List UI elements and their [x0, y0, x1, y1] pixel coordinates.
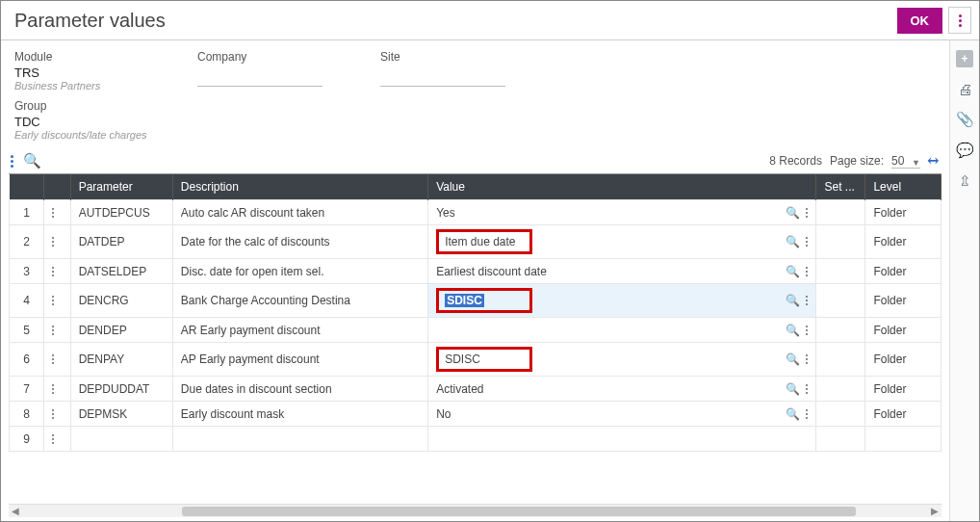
col-menu [44, 174, 71, 200]
lookup-icon[interactable]: 🔍 [786, 206, 800, 220]
row-menu-button[interactable] [44, 343, 71, 377]
value-menu-icon[interactable] [806, 354, 808, 364]
row-menu-button[interactable] [44, 427, 71, 452]
company-input[interactable] [197, 69, 322, 87]
table-row[interactable]: 2DATDEPDate for the calc of discountsIte… [10, 225, 941, 259]
comment-icon[interactable]: 💬 [956, 142, 974, 159]
body: Module TRS Business Partners Company Sit… [1, 40, 979, 521]
group-hint: Early discounts/late charges [14, 129, 936, 141]
table-row[interactable]: 8DEPMSKEarly discount maskNo🔍Folder [10, 402, 941, 427]
value-cell[interactable]: Item due date🔍 [428, 225, 816, 259]
header-fields: Module TRS Business Partners Company Sit… [1, 40, 949, 95]
value-cell[interactable]: 🔍 [428, 318, 816, 343]
title-actions: OK [897, 7, 972, 34]
table-row[interactable]: 4DENCRGBank Charge Accounting DestinaSDI… [10, 284, 941, 318]
lookup-icon[interactable]: 🔍 [786, 324, 800, 337]
vertical-dots-icon [52, 208, 63, 218]
col-parameter[interactable]: Parameter [70, 174, 172, 200]
row-menu-button[interactable] [44, 402, 71, 427]
value-cell[interactable]: Activated🔍 [428, 377, 816, 402]
value-menu-icon[interactable] [806, 208, 808, 218]
horizontal-scrollbar[interactable]: ◀ ▶ [9, 504, 941, 517]
value-cell[interactable]: Yes🔍 [428, 200, 816, 225]
value-text: Activated [436, 382, 780, 396]
parameter-cell[interactable]: DENCRG [70, 284, 172, 318]
module-field: Module TRS Business Partners [14, 50, 140, 91]
parameter-cell[interactable]: DEPDUDDAT [70, 377, 172, 402]
row-menu-button[interactable] [44, 318, 71, 343]
lookup-icon[interactable]: 🔍 [786, 352, 800, 366]
row-menu-button[interactable] [44, 284, 71, 318]
value-menu-icon[interactable] [806, 384, 808, 394]
vertical-dots-icon [52, 409, 63, 419]
export-icon[interactable]: ⇫ [959, 172, 971, 190]
value-menu-icon[interactable] [806, 267, 808, 276]
lookup-icon[interactable]: 🔍 [786, 407, 800, 421]
vertical-dots-icon [959, 14, 962, 27]
value-menu-icon[interactable] [806, 237, 808, 247]
parameter-cell[interactable]: DENDEP [70, 318, 172, 343]
scroll-right-icon[interactable]: ▶ [931, 506, 939, 516]
add-icon[interactable]: + [956, 50, 973, 67]
company-field: Company [197, 50, 322, 87]
parameter-cell[interactable]: DENPAY [70, 343, 172, 377]
row-menu-button[interactable] [44, 377, 71, 402]
table-row[interactable]: 3DATSELDEPDisc. date for open item sel.E… [10, 259, 941, 284]
print-icon[interactable]: 🖨 [958, 81, 972, 97]
value-menu-icon[interactable] [806, 296, 808, 305]
vertical-dots-icon [52, 267, 63, 276]
value-text: Earliest discount date [436, 265, 780, 278]
lookup-icon[interactable]: 🔍 [786, 382, 800, 396]
col-set[interactable]: Set ... [816, 174, 865, 200]
set-cell [816, 284, 865, 318]
more-actions-button[interactable] [948, 7, 971, 34]
level-cell: Folder [865, 402, 941, 427]
table-row[interactable]: 1AUTDEPCUSAuto calc AR discount takenYes… [10, 200, 941, 225]
value-cell[interactable]: SDISC🔍 [428, 284, 816, 318]
row-number: 9 [10, 427, 44, 452]
scroll-thumb[interactable] [182, 507, 856, 516]
row-menu-button[interactable] [44, 200, 71, 225]
set-cell [816, 318, 865, 343]
lookup-icon[interactable]: 🔍 [786, 294, 800, 307]
row-menu-button[interactable] [44, 259, 71, 284]
records-count: 8 Records [769, 154, 822, 168]
lookup-icon[interactable]: 🔍 [786, 265, 800, 278]
value-text: SDISC [436, 347, 780, 372]
table-row[interactable]: 6DENPAYAP Early payment discountSDISC🔍Fo… [10, 343, 941, 377]
pagesize-select[interactable]: 50 ▼ [891, 154, 920, 169]
value-cell[interactable]: Earliest discount date🔍 [428, 259, 816, 284]
col-value[interactable]: Value [428, 174, 816, 200]
col-level[interactable]: Level [865, 174, 941, 200]
site-input[interactable] [380, 69, 505, 87]
search-icon[interactable]: 🔍 [23, 152, 41, 170]
table-row[interactable]: 5DENDEPAR Early payment discount🔍Folder [10, 318, 941, 343]
table-row[interactable]: 9 [10, 427, 941, 452]
parameters-table: Parameter Description Value Set ... Leve… [9, 174, 941, 452]
vertical-dots-icon [52, 434, 63, 444]
scroll-left-icon[interactable]: ◀ [12, 506, 19, 516]
parameter-cell[interactable]: DEPMSK [70, 402, 172, 427]
row-menu-button[interactable] [44, 225, 71, 259]
value-cell[interactable]: No🔍 [428, 402, 816, 427]
ok-button[interactable]: OK [897, 8, 943, 34]
parameter-cell[interactable] [70, 427, 172, 452]
col-description[interactable]: Description [172, 174, 427, 200]
parameter-cell[interactable]: DATSELDEP [70, 259, 172, 284]
parameter-cell[interactable]: DATDEP [70, 225, 172, 259]
value-cell[interactable]: SDISC🔍 [428, 343, 816, 377]
vertical-dots-icon [52, 384, 63, 394]
parameter-cell[interactable]: AUTDEPCUS [70, 200, 172, 225]
value-cell[interactable] [428, 427, 816, 452]
lookup-icon[interactable]: 🔍 [786, 235, 800, 248]
grid-toolbar: 🔍 8 Records Page size: 50 ▼ ⤢ [1, 148, 949, 170]
chevron-down-icon: ▼ [912, 158, 920, 168]
expand-icon[interactable]: ⤢ [924, 151, 943, 170]
row-number: 1 [10, 200, 44, 225]
value-menu-icon[interactable] [806, 326, 808, 335]
table-row[interactable]: 7DEPDUDDATDue dates in discount sectionA… [10, 377, 941, 402]
row-number: 3 [10, 259, 44, 284]
attachment-icon[interactable]: 📎 [956, 111, 974, 128]
value-menu-icon[interactable] [806, 409, 808, 419]
grid-menu-icon[interactable] [11, 155, 13, 168]
